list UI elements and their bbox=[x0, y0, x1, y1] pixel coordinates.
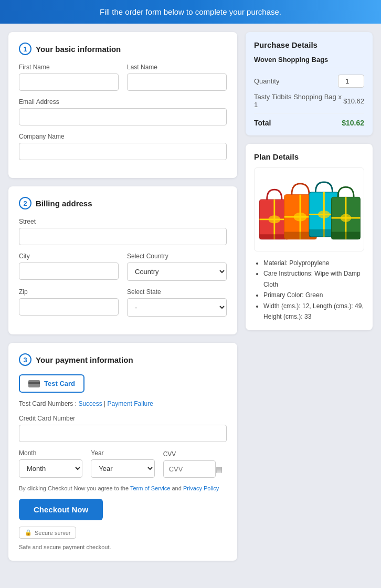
plan-image bbox=[254, 167, 364, 251]
year-select[interactable]: Year 202420252026 202720282029 2030 bbox=[91, 459, 154, 478]
total-amount: $10.62 bbox=[342, 119, 364, 127]
city-input[interactable] bbox=[19, 262, 119, 280]
year-label: Year bbox=[91, 449, 154, 457]
card-icon bbox=[28, 380, 40, 387]
street-group: Street bbox=[19, 218, 227, 245]
bags-illustration bbox=[255, 168, 364, 251]
first-name-input[interactable] bbox=[19, 74, 119, 91]
country-label: Select Country bbox=[127, 253, 227, 260]
card-button-label: Test Card bbox=[44, 380, 75, 387]
company-label: Company Name bbox=[19, 133, 227, 140]
basic-info-title: 1 Your basic information bbox=[19, 43, 227, 55]
last-name-input[interactable] bbox=[127, 74, 227, 91]
svg-point-16 bbox=[318, 211, 330, 218]
last-name-label: Last Name bbox=[127, 64, 227, 71]
top-banner: Fill the order form below to complete yo… bbox=[0, 0, 381, 24]
test-numbers-label: Test Card Numbers : bbox=[19, 400, 77, 407]
list-item: Width (cms.): 12, Length (cms.): 49, Hei… bbox=[263, 301, 364, 322]
detail-dimensions: Width (cms.): 12, Length (cms.): 49, Hei… bbox=[263, 302, 364, 320]
basic-info-section: 1 Your basic information First Name Last… bbox=[8, 32, 237, 178]
zip-state-row: Zip Select State - Alabama California Ne… bbox=[19, 288, 227, 317]
expiry-cvv-row: Month Month 010203 040506 070809 101112 … bbox=[19, 449, 227, 478]
zip-group: Zip bbox=[19, 288, 119, 317]
quantity-row: Quantity 1 bbox=[254, 75, 364, 88]
terms-prefix: By clicking Checkout Now you agree to th… bbox=[19, 485, 129, 491]
company-row: Company Name bbox=[19, 133, 227, 160]
item-row: Tasty Tidbits Shopping Bag x 1 $10.62 bbox=[254, 93, 364, 113]
svg-point-22 bbox=[341, 214, 352, 222]
street-row: Street bbox=[19, 218, 227, 245]
svg-point-4 bbox=[268, 215, 280, 223]
left-column: 1 Your basic information First Name Last… bbox=[8, 32, 237, 561]
email-row: Email Address bbox=[19, 98, 227, 125]
purchase-details-card: Purchase Details Woven Shopping Bags Qua… bbox=[246, 32, 373, 135]
card-type-button[interactable]: Test Card bbox=[19, 374, 84, 393]
terms-row: By clicking Checkout Now you agree to th… bbox=[19, 485, 227, 491]
total-label: Total bbox=[254, 119, 271, 127]
city-group: City bbox=[19, 253, 119, 281]
cc-number-label: Credit Card Number bbox=[19, 415, 227, 422]
plan-details-list: Material: Polypropylene Care Instruction… bbox=[254, 258, 364, 322]
first-name-label: First Name bbox=[19, 64, 119, 71]
safe-text: Safe and secure payment checkout. bbox=[19, 544, 227, 550]
cc-number-input[interactable] bbox=[19, 425, 227, 442]
billing-label: Billing address bbox=[36, 199, 92, 208]
zip-label: Zip bbox=[19, 288, 119, 296]
total-row: Total $10.62 bbox=[254, 119, 364, 127]
payment-title: 3 Your payment information bbox=[19, 353, 227, 366]
section-number-3: 3 bbox=[19, 353, 31, 366]
svg-marker-23 bbox=[332, 232, 361, 239]
item-label: Tasty Tidbits Shopping Bag x 1 bbox=[254, 93, 343, 109]
zip-input[interactable] bbox=[19, 298, 119, 316]
terms-link[interactable]: Term of Service bbox=[130, 485, 170, 491]
privacy-link[interactable]: Privacy Policy bbox=[183, 485, 219, 491]
detail-material: Material: Polypropylene bbox=[263, 259, 329, 267]
basic-info-label: Your basic information bbox=[36, 45, 121, 54]
list-item: Care Instructions: Wipe with Damp Cloth bbox=[263, 268, 364, 290]
cvv-input[interactable] bbox=[163, 460, 216, 478]
city-country-row: City Select Country Country United State… bbox=[19, 253, 227, 281]
state-label: Select State bbox=[127, 288, 227, 296]
checkout-button[interactable]: Checkout Now bbox=[19, 499, 103, 520]
plan-details-card: Plan Details bbox=[246, 144, 373, 330]
city-label: City bbox=[19, 253, 119, 260]
email-input[interactable] bbox=[19, 108, 227, 125]
month-select[interactable]: Month 010203 040506 070809 101112 bbox=[19, 459, 82, 478]
item-price: $10.62 bbox=[343, 97, 364, 105]
detail-color: Primary Color: Green bbox=[263, 291, 323, 299]
list-item: Material: Polypropylene bbox=[263, 258, 364, 268]
credit-card-icon: ▤ bbox=[216, 465, 223, 474]
billing-section: 2 Billing address Street City Select Cou… bbox=[8, 186, 237, 334]
product-name: Woven Shopping Bags bbox=[254, 56, 364, 68]
test-numbers-row: Test Card Numbers : Success | Payment Fa… bbox=[19, 400, 227, 407]
name-row: First Name Last Name bbox=[19, 64, 227, 91]
payment-label: Your payment information bbox=[36, 355, 133, 364]
street-input[interactable] bbox=[19, 228, 227, 245]
list-item: Primary Color: Green bbox=[263, 290, 364, 300]
month-label: Month bbox=[19, 449, 82, 457]
country-group: Select Country Country United States Uni… bbox=[127, 253, 227, 281]
section-number-2: 2 bbox=[19, 197, 31, 209]
street-label: Street bbox=[19, 218, 227, 225]
right-column: Purchase Details Woven Shopping Bags Qua… bbox=[246, 32, 373, 561]
purchase-details-title: Purchase Details bbox=[254, 40, 364, 49]
quantity-label: Quantity bbox=[254, 77, 279, 85]
state-group: Select State - Alabama California New Yo… bbox=[127, 288, 227, 317]
company-input[interactable] bbox=[19, 143, 227, 160]
failure-link[interactable]: Payment Failure bbox=[108, 400, 153, 407]
detail-care: Care Instructions: Wipe with Damp Cloth bbox=[263, 270, 361, 288]
lock-icon: 🔒 bbox=[25, 529, 32, 536]
banner-text: Fill the order form below to complete yo… bbox=[100, 7, 281, 16]
pipe-separator: | bbox=[104, 400, 105, 407]
cc-number-group: Credit Card Number bbox=[19, 415, 227, 442]
success-link[interactable]: Success bbox=[78, 400, 102, 407]
company-group: Company Name bbox=[19, 133, 227, 160]
last-name-group: Last Name bbox=[127, 64, 227, 91]
email-label: Email Address bbox=[19, 98, 227, 106]
quantity-input[interactable]: 1 bbox=[338, 75, 364, 88]
country-select[interactable]: Country United States United Kingdom Can… bbox=[127, 262, 227, 281]
svg-point-10 bbox=[294, 213, 307, 222]
state-select[interactable]: - Alabama California New York Texas bbox=[127, 298, 227, 317]
card-stripe bbox=[28, 382, 40, 384]
cvv-input-wrap: ▤ bbox=[163, 460, 227, 478]
